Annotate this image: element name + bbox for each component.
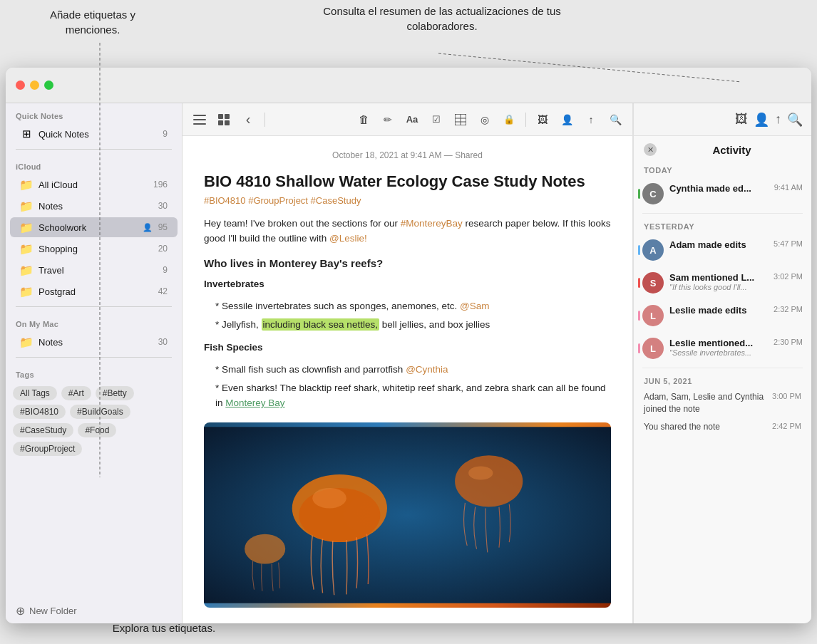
app-window: Quick Notes ⊞ Quick Notes 9 iCloud 📁 All…	[6, 68, 811, 623]
svg-rect-5	[218, 114, 223, 119]
activity-sam[interactable]: S Sam mentioned L... "If this looks good…	[634, 266, 811, 299]
tag-art[interactable]: #Art	[61, 386, 91, 400]
quick-notes-label: Quick Notes	[38, 129, 160, 140]
tag-bio4810[interactable]: #BIO4810	[13, 405, 66, 419]
mention-cynthia[interactable]: @Cynthia	[406, 364, 448, 375]
sidebar-item-shopping[interactable]: 📁 Shopping 20	[10, 239, 178, 259]
new-folder-button[interactable]: ⊕ New Folder	[6, 598, 182, 623]
search-header-icon[interactable]: 🔍	[787, 112, 803, 128]
maximize-button[interactable]	[44, 80, 53, 90]
svg-rect-6	[225, 114, 230, 119]
shared-text: You shared the note	[644, 422, 720, 432]
annotation-tags-mentions: Añade etiquetas y menciones.	[21, 7, 164, 37]
shared-time: 2:42 PM	[772, 421, 801, 432]
all-icloud-label: All iCloud	[38, 180, 150, 190]
back-button[interactable]: ‹	[238, 110, 258, 130]
today-label: TODAY	[634, 160, 811, 177]
invertebrates-heading: Invertebrates	[204, 276, 611, 292]
notes-mac-label: Notes	[38, 337, 155, 348]
mention-sam[interactable]: @Sam	[460, 301, 489, 311]
link-monterey-bay[interactable]: Monterey Bay	[225, 398, 284, 408]
tag-buildgoals[interactable]: #BuildGoals	[70, 405, 130, 419]
sam-time: 3:02 PM	[774, 272, 803, 281]
activity-adam[interactable]: A Adam made edits 5:47 PM	[634, 234, 811, 266]
collab-header-icon[interactable]: 👤	[754, 112, 769, 128]
svg-rect-7	[218, 120, 223, 125]
sidebar-item-schoolwork[interactable]: 📁 Schoolwork 👤 95	[10, 217, 178, 237]
hashtag-montereybay[interactable]: #MontereyBay	[401, 218, 463, 229]
activity-leslie-mention[interactable]: L Leslie mentioned... "Sessile invertebr…	[634, 332, 811, 365]
leslie-edits-name: Leslie made edits	[669, 305, 768, 316]
toolbar-sep-2	[525, 113, 526, 127]
delete-button[interactable]: 🗑	[354, 110, 374, 130]
avatar-adam: A	[642, 239, 664, 261]
lock-button[interactable]: 🔒	[499, 110, 519, 130]
activity-cynthia[interactable]: C Cynthia made ed... 9:41 AM	[634, 177, 811, 210]
annotation-collaborators: Consulta el resumen de las actualizacion…	[299, 4, 585, 33]
svg-rect-13	[204, 427, 611, 603]
folder-all-icloud-icon: 📁	[20, 178, 33, 191]
sidebar: Quick Notes ⊞ Quick Notes 9 iCloud 📁 All…	[6, 103, 183, 623]
mention-button[interactable]: ◎	[475, 110, 495, 130]
minimize-button[interactable]	[30, 80, 39, 90]
svg-point-16	[455, 455, 523, 507]
sidebar-section-icloud: iCloud	[6, 154, 182, 174]
shopping-label: Shopping	[38, 244, 155, 254]
sidebar-item-quick-notes[interactable]: ⊞ Quick Notes 9	[10, 124, 178, 144]
sidebar-item-travel[interactable]: 📁 Travel 9	[10, 260, 178, 280]
photo-header-icon[interactable]: 🖼	[735, 112, 748, 127]
cynthia-info: Cynthia made ed...	[669, 183, 769, 194]
note-image	[204, 422, 611, 608]
folder-schoolwork-icon: 📁	[20, 221, 33, 234]
travel-count: 9	[163, 265, 168, 275]
sidebar-item-all-icloud[interactable]: 📁 All iCloud 196	[10, 175, 178, 194]
photo-button[interactable]: 🖼	[533, 110, 553, 130]
note-meta: October 18, 2021 at 9:41 AM — Shared	[204, 150, 611, 160]
sidebar-section-tags: Tags	[6, 362, 182, 382]
sam-name: Sam mentioned L...	[669, 272, 768, 283]
table-button[interactable]	[451, 110, 471, 130]
tag-food[interactable]: #Food	[78, 423, 116, 437]
collaborate-button[interactable]: 👤	[557, 110, 577, 130]
mention-leslie[interactable]: @Leslie!	[329, 233, 367, 244]
sidebar-item-notes-mac[interactable]: 📁 Notes 30	[10, 332, 178, 352]
edit-button[interactable]: ✏	[378, 110, 398, 130]
close-button[interactable]	[16, 80, 25, 90]
tag-groupproject[interactable]: #GroupProject	[13, 442, 82, 456]
note-tags: #BIO4810 #GroupProject #CaseStudy	[204, 195, 611, 206]
sidebar-item-notes-icloud[interactable]: 📁 Notes 30	[10, 196, 178, 216]
tags-container: All Tags #Art #Betty #BIO4810 #BuildGoal…	[6, 382, 182, 460]
avatar-sam: S	[642, 272, 664, 294]
tag-all-tags[interactable]: All Tags	[13, 386, 57, 400]
grid-view-button[interactable]	[214, 110, 234, 130]
quick-notes-count: 9	[163, 129, 168, 139]
activity-header-icons: 🖼 👤 ↑ 🔍	[735, 112, 803, 128]
close-activity-button[interactable]: ✕	[644, 143, 657, 156]
folder-notes-mac-icon: 📁	[20, 336, 33, 348]
search-button[interactable]: 🔍	[605, 110, 625, 130]
share-header-icon[interactable]: ↑	[775, 112, 781, 127]
sam-quote: "If this looks good I'll...	[669, 283, 768, 291]
all-icloud-count: 196	[153, 180, 168, 189]
activity-shared: 2:42 PM You shared the note	[634, 418, 811, 436]
bullet-small-fish: Small fish such as clownfish and parrotf…	[215, 362, 611, 378]
leslie-mention-quote: "Sessile invertebrates...	[669, 348, 768, 357]
activity-leslie-edits[interactable]: L Leslie made edits 2:32 PM	[634, 299, 811, 332]
cynthia-name: Cynthia made ed...	[669, 183, 769, 194]
joined-time: 3:00 PM	[772, 391, 801, 402]
fish-species-heading: Fish Species	[204, 340, 611, 355]
sidebar-item-postgrad[interactable]: 📁 Postgrad 42	[10, 281, 178, 301]
list-view-button[interactable]	[190, 110, 210, 130]
font-button[interactable]: Aa	[402, 110, 422, 130]
tags-grid: All Tags #Art #Betty #BIO4810 #BuildGoal…	[13, 386, 175, 456]
tag-betty[interactable]: #Betty	[96, 386, 134, 400]
activity-div-1	[642, 213, 803, 214]
adam-time: 5:47 PM	[774, 239, 803, 248]
checklist-button[interactable]: ☑	[426, 110, 446, 130]
tag-casestudy[interactable]: #CaseStudy	[13, 423, 73, 437]
activity-title-bar: ✕ Activity	[634, 136, 811, 160]
folder-shopping-icon: 📁	[20, 242, 33, 255]
joined-text: Adam, Sam, Leslie and Cynthia joined the…	[644, 392, 764, 414]
avatar-cynthia: C	[642, 183, 664, 204]
share-button[interactable]: ↑	[581, 110, 601, 130]
